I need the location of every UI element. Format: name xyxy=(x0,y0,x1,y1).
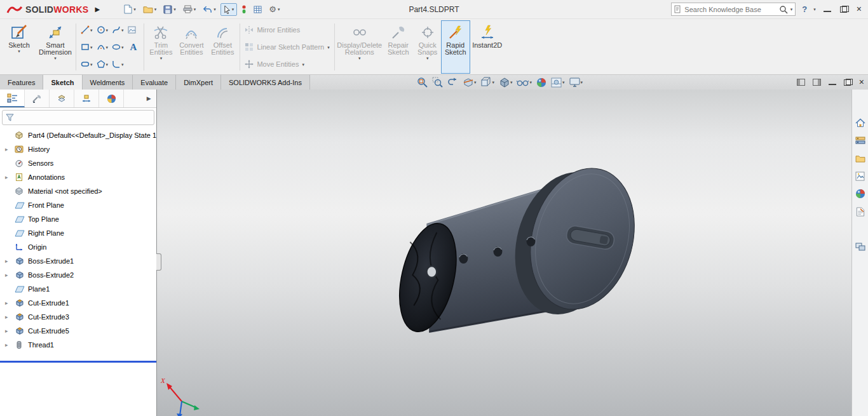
tree-item-cut-extrude1[interactable]: ▸Cut-Extrude1 xyxy=(0,296,156,310)
circle-tool-button[interactable]: ▾ xyxy=(95,25,111,35)
doc-close-button[interactable]: × xyxy=(859,79,864,86)
rapid-sketch-button[interactable]: Rapid Sketch xyxy=(441,20,470,74)
section-view-button[interactable]: ▾ xyxy=(463,77,477,88)
close-button[interactable]: × xyxy=(857,6,862,13)
tree-item-origin[interactable]: Origin xyxy=(0,240,156,254)
apply-scene-button[interactable]: ▾ xyxy=(551,77,565,88)
expand-arrow-icon[interactable]: ▸ xyxy=(5,342,15,348)
appearances-scenes-button[interactable] xyxy=(854,187,867,200)
arc-tool-button[interactable]: ▾ xyxy=(95,42,111,52)
tree-item-front-plane[interactable]: Front Plane xyxy=(0,198,156,212)
trim-entities-button[interactable]: Trim Entities ▾ xyxy=(146,20,175,74)
tab-evaluate[interactable]: Evaluate xyxy=(133,75,176,90)
polygon-tool-button[interactable]: ▾ xyxy=(95,59,111,69)
options-gear-button[interactable]: ⚙ ▾ xyxy=(266,3,282,15)
tree-filter[interactable] xyxy=(2,110,154,125)
expand-arrow-icon[interactable]: ▸ xyxy=(5,146,15,152)
pane-left-icon[interactable] xyxy=(797,79,805,86)
smart-dimension-button[interactable]: Smart Dimension ▾ xyxy=(37,20,74,74)
mirror-entities-button[interactable]: Mirror Entities xyxy=(245,23,329,37)
panel-splitter-handle[interactable] xyxy=(156,253,161,271)
custom-properties-button[interactable] xyxy=(854,205,867,218)
status-indicator[interactable] xyxy=(239,4,249,15)
hide-show-items-button[interactable]: ▾ xyxy=(517,78,532,86)
fillet-tool-button[interactable]: ▾ xyxy=(110,59,126,69)
chevron-down-icon[interactable]: ▾ xyxy=(813,7,816,11)
configuration-manager-tab[interactable] xyxy=(50,90,74,107)
tree-item-material-not-specified[interactable]: Material <not specified> xyxy=(0,184,156,198)
design-library-button[interactable] xyxy=(854,134,867,147)
tree-item-thread1[interactable]: ▸Thread1 xyxy=(0,338,156,352)
tab-sketch[interactable]: Sketch xyxy=(43,75,82,90)
tree-item-boss-extrude2[interactable]: ▸Boss-Extrude2 xyxy=(0,268,156,282)
display-style-button[interactable]: ▾ xyxy=(499,77,513,88)
tab-features[interactable]: Features xyxy=(0,75,43,90)
undo-button[interactable]: ▾ xyxy=(200,4,219,15)
graphics-viewport[interactable]: X xyxy=(157,90,851,416)
tree-item-boss-extrude1[interactable]: ▸Boss-Extrude1 xyxy=(0,254,156,268)
tab-dimxpert[interactable]: DimXpert xyxy=(176,75,221,90)
tree-item-plane1[interactable]: Plane1 xyxy=(0,282,156,296)
pane-right-icon[interactable] xyxy=(813,79,821,86)
expand-arrow-icon[interactable]: ▸ xyxy=(5,174,15,180)
tree-item-annotations[interactable]: ▸Annotations xyxy=(0,170,156,184)
search-icon[interactable] xyxy=(779,5,788,14)
zoom-fit-button[interactable] xyxy=(417,77,428,88)
tree-root-part[interactable]: Part4 (Default<<Default>_Display State 1 xyxy=(0,128,156,142)
chevron-down-icon[interactable]: ▾ xyxy=(790,7,793,11)
expand-arrow-icon[interactable]: ▸ xyxy=(5,272,15,278)
open-document-button[interactable]: ▾ xyxy=(140,4,159,15)
previous-view-button[interactable] xyxy=(447,77,458,87)
split-view-button[interactable] xyxy=(854,241,867,253)
linear-sketch-pattern-button[interactable]: Linear Sketch Pattern ▾ xyxy=(245,40,329,54)
view-palette-button[interactable] xyxy=(854,170,867,182)
file-explorer-button[interactable] xyxy=(854,152,867,164)
property-manager-tab[interactable] xyxy=(25,90,50,107)
display-delete-relations-button[interactable]: Display/Delete Relations ▾ xyxy=(337,20,383,74)
ellipse-tool-button[interactable]: ▾ xyxy=(110,42,126,52)
expand-arrow-icon[interactable]: ▸ xyxy=(5,314,15,320)
rectangle-tool-button[interactable]: ▾ xyxy=(79,42,95,52)
zoom-area-button[interactable] xyxy=(432,77,443,88)
edit-appearance-button[interactable] xyxy=(536,77,546,88)
tree-item-history[interactable]: ▸History xyxy=(0,142,156,156)
tab-weldments[interactable]: Weldments xyxy=(83,75,133,90)
new-document-button[interactable]: ▾ xyxy=(121,3,139,15)
doc-minimize-button[interactable] xyxy=(829,79,836,86)
sketch-button[interactable]: Sketch ▾ xyxy=(1,20,37,74)
select-tool-button[interactable]: ▾ xyxy=(220,3,238,16)
restore-button[interactable] xyxy=(840,6,848,13)
print-button[interactable]: ▾ xyxy=(180,4,199,15)
convert-entities-button[interactable]: Convert Entities xyxy=(175,20,207,74)
sketch-picture-button[interactable] xyxy=(126,25,138,34)
solidworks-resources-button[interactable] xyxy=(854,116,867,129)
help-button[interactable]: ? xyxy=(801,4,808,14)
line-tool-button[interactable]: ▾ xyxy=(79,25,95,35)
slot-tool-button[interactable]: ▾ xyxy=(79,59,95,69)
move-entities-button[interactable]: Move Entities ▾ xyxy=(245,57,329,71)
expand-arrow-icon[interactable]: ▸ xyxy=(5,300,15,306)
tree-item-cut-extrude5[interactable]: ▸Cut-Extrude5 xyxy=(0,324,156,338)
feature-manager-tab[interactable] xyxy=(0,90,25,107)
expand-arrow-icon[interactable]: ▸ xyxy=(5,258,15,264)
tree-item-right-plane[interactable]: Right Plane xyxy=(0,226,156,240)
panel-expand-arrow[interactable]: ▶ xyxy=(141,90,156,107)
options-table-button[interactable] xyxy=(251,4,264,15)
display-manager-tab[interactable] xyxy=(99,90,124,107)
quick-snaps-button[interactable]: Quick Snaps ▾ xyxy=(414,20,441,74)
minimize-button[interactable] xyxy=(824,6,831,13)
expand-arrow-icon[interactable]: ▸ xyxy=(5,328,15,334)
offset-entities-button[interactable]: Offset Entities xyxy=(207,20,238,74)
repair-sketch-button[interactable]: Repair Sketch xyxy=(383,20,414,74)
instant2d-button[interactable]: Instant2D xyxy=(470,20,505,74)
tree-item-top-plane[interactable]: Top Plane xyxy=(0,212,156,226)
tree-item-cut-extrude3[interactable]: ▸Cut-Extrude3 xyxy=(0,310,156,324)
save-button[interactable]: ▾ xyxy=(161,4,179,15)
doc-restore-button[interactable] xyxy=(844,79,851,86)
view-orientation-button[interactable]: ▾ xyxy=(480,77,494,88)
spline-tool-button[interactable]: ▾ xyxy=(110,25,126,35)
tab-solidworks-add-ins[interactable]: SOLIDWORKS Add-Ins xyxy=(221,75,310,90)
text-tool-button[interactable]: A xyxy=(126,41,142,53)
view-settings-button[interactable]: ▾ xyxy=(569,77,583,87)
tree-item-sensors[interactable]: Sensors xyxy=(0,156,156,170)
